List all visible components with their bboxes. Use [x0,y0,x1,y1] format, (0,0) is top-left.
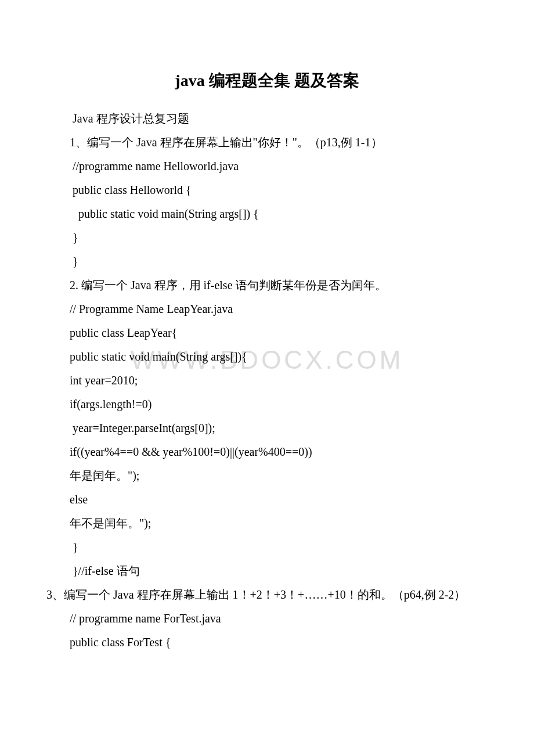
text-line: if(args.length!=0) [46,393,488,416]
document-title: java 编程题全集 题及答案 [46,70,488,92]
text-line: public static void main(String args[]) { [46,202,488,226]
text-line: } [46,250,488,273]
text-line: if((year%4==0 && year%100!=0)||(year%400… [46,440,488,464]
text-line: //programme name Helloworld.java [46,154,488,178]
text-line: year=Integer.parseInt(args[0]); [46,416,488,440]
text-line: // programme name ForTest.java [46,607,488,631]
document-page: WWW.BDOCX.COM java 编程题全集 题及答案 Java 程序设计总… [0,0,534,689]
text-line: public static void main(String args[]){ [46,345,488,369]
text-line: 3、编写一个 Java 程序在屏幕上输出 1！+2！+3！+……+10！的和。（… [46,583,488,607]
lines-container: Java 程序设计总复习题1、编写一个 Java 程序在屏幕上输出"你好！"。（… [46,107,488,654]
text-line: 1、编写一个 Java 程序在屏幕上输出"你好！"。（p13,例 1-1） [46,131,488,154]
text-line: } [46,226,488,250]
text-line: public class LeapYear{ [46,321,488,345]
text-line: public class ForTest { [46,631,488,654]
content-container: java 编程题全集 题及答案 Java 程序设计总复习题1、编写一个 Java… [46,70,488,654]
text-line: Java 程序设计总复习题 [46,107,488,131]
text-line: 2. 编写一个 Java 程序，用 if-else 语句判断某年份是否为闰年。 [46,273,488,297]
text-line: 年不是闰年。"); [46,512,488,535]
text-line: 年是闰年。"); [46,464,488,488]
text-line: }//if-else 语句 [46,559,488,583]
text-line: } [46,535,488,559]
text-line: int year=2010; [46,369,488,393]
text-line: // Programme Name LeapYear.java [46,297,488,321]
text-line: public class Helloworld { [46,178,488,202]
text-line: else [46,488,488,512]
